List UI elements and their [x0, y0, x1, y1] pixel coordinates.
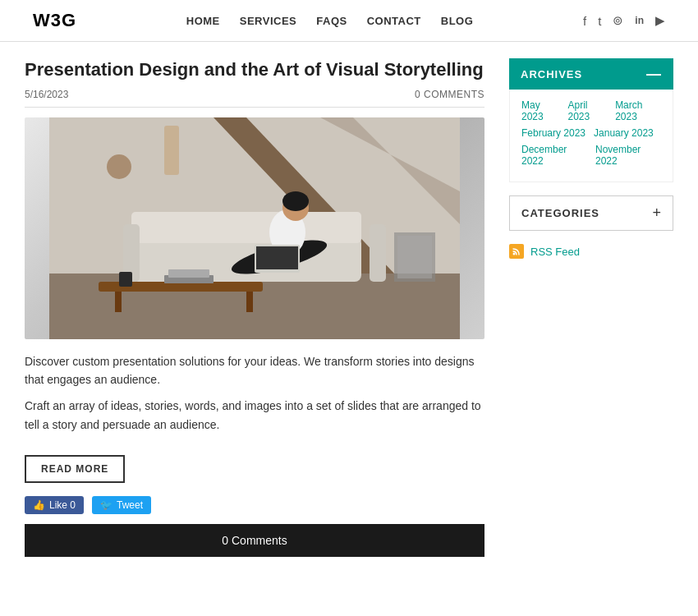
post-title: Presentation Design and the Art of Visua… [25, 58, 484, 82]
rss-icon [509, 244, 524, 259]
site-logo[interactable]: W3G [33, 10, 76, 31]
svg-point-21 [107, 154, 131, 179]
tweet-label: Tweet [117, 499, 143, 511]
twitter-bird-icon: 🐦 [100, 499, 113, 511]
archive-april-2023[interactable]: April 2023 [567, 99, 607, 122]
svg-point-25 [513, 253, 516, 255]
post-excerpt-2: Craft an array of ideas, stories, words,… [25, 397, 484, 434]
archive-dec-2022[interactable]: December 2022 [521, 144, 587, 167]
svg-rect-18 [119, 272, 132, 287]
rss-feed-link[interactable]: RSS Feed [530, 246, 580, 258]
post-comments-count: 0 COMMENTS [415, 89, 484, 100]
svg-rect-24 [397, 236, 432, 278]
twitter-tweet-button[interactable]: 🐦 Tweet [92, 496, 151, 514]
twitter-icon[interactable]: t [598, 14, 601, 28]
sidebar: ARCHIVES — May 2023 April 2023 March 202… [509, 58, 673, 557]
categories-label: CATEGORIES [521, 207, 599, 219]
nav-contact[interactable]: CONTACT [367, 15, 421, 27]
archives-row-3: December 2022 November 2022 [521, 144, 661, 167]
comments-bar: 0 Comments [25, 524, 484, 557]
svg-rect-14 [256, 246, 298, 269]
post-meta: 5/16/2023 0 COMMENTS [25, 89, 484, 108]
youtube-icon[interactable]: ▶ [655, 13, 665, 28]
main-nav: HOME SERVICES FAQS CONTACT BLOG [186, 15, 474, 27]
comments-bar-text: 0 Comments [222, 534, 287, 547]
archives-header: ARCHIVES — [509, 58, 673, 90]
archive-march-2023[interactable]: March 2023 [615, 99, 661, 122]
nav-home[interactable]: HOME [186, 15, 220, 27]
svg-rect-20 [168, 269, 209, 278]
svg-point-12 [282, 191, 309, 211]
facebook-icon[interactable]: f [583, 14, 586, 28]
nav-services[interactable]: SERVICES [240, 15, 297, 27]
archive-nov-2022[interactable]: November 2022 [595, 144, 661, 167]
nav-blog[interactable]: BLOG [441, 15, 474, 27]
facebook-like-button[interactable]: 👍 Like 0 [25, 496, 84, 514]
post-image [25, 117, 484, 339]
archives-title: ARCHIVES [521, 68, 582, 80]
blog-content: Presentation Design and the Art of Visua… [25, 58, 484, 557]
svg-rect-22 [164, 126, 179, 175]
social-links: f t ⊚ in ▶ [583, 13, 665, 28]
archive-jan-2023[interactable]: January 2023 [594, 127, 654, 139]
archives-row-2: February 2023 January 2023 [521, 127, 661, 139]
post-date: 5/16/2023 [25, 89, 68, 100]
nav-faqs[interactable]: FAQS [316, 15, 347, 27]
linkedin-icon[interactable]: in [635, 15, 644, 26]
categories-header[interactable]: CATEGORIES + [509, 195, 673, 231]
archives-collapse-icon[interactable]: — [646, 67, 662, 81]
svg-rect-16 [115, 292, 122, 312]
archives-row-1: May 2023 April 2023 March 2023 [521, 99, 661, 122]
categories-expand-icon: + [652, 205, 661, 222]
rss-section: RSS Feed [509, 244, 673, 259]
archives-links: May 2023 April 2023 March 2023 February … [509, 90, 673, 182]
svg-rect-6 [131, 212, 361, 243]
read-more-button[interactable]: READ MORE [25, 455, 125, 483]
site-header: W3G HOME SERVICES FAQS CONTACT BLOG f t … [0, 0, 698, 42]
svg-rect-8 [370, 224, 386, 282]
post-excerpt-1: Discover custom presentation solutions f… [25, 352, 484, 389]
svg-rect-17 [246, 292, 253, 312]
main-container: Presentation Design and the Art of Visua… [0, 42, 698, 573]
archive-may-2023[interactable]: May 2023 [521, 99, 559, 122]
archive-feb-2023[interactable]: February 2023 [521, 127, 585, 139]
social-share: 👍 Like 0 🐦 Tweet [25, 496, 484, 514]
fb-like-label: Like 0 [49, 499, 76, 511]
instagram-icon[interactable]: ⊚ [613, 13, 623, 28]
fb-thumb-icon: 👍 [33, 499, 45, 511]
